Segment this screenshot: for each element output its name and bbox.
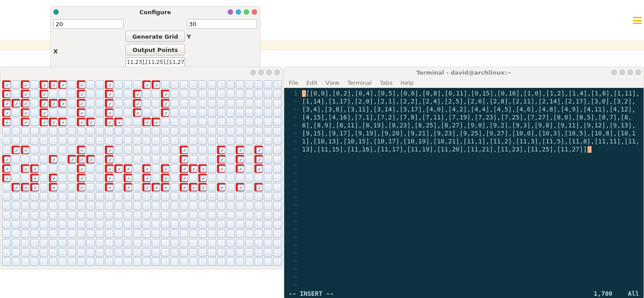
grid-cell[interactable] — [170, 90, 179, 98]
grid-cell[interactable] — [142, 118, 151, 126]
grid-cell[interactable] — [2, 183, 11, 191]
grid-cell[interactable] — [226, 202, 235, 210]
grid-cell[interactable] — [105, 202, 113, 210]
grid-cell[interactable] — [226, 155, 235, 163]
grid-cell[interactable] — [68, 80, 76, 89]
grid-cell[interactable] — [40, 155, 48, 163]
grid-cell[interactable] — [245, 118, 254, 126]
grid-cell[interactable] — [2, 80, 11, 89]
grid-cell[interactable] — [133, 258, 141, 266]
grid-cell[interactable] — [114, 192, 123, 201]
grid-cell[interactable] — [68, 239, 76, 247]
grid-cell[interactable] — [236, 155, 244, 163]
grid-cell[interactable] — [105, 248, 113, 257]
grid-cell[interactable] — [49, 155, 57, 163]
grid-cell[interactable] — [86, 108, 95, 117]
grid-cell[interactable] — [58, 202, 67, 210]
grid-cell[interactable] — [217, 80, 225, 89]
grid-cell[interactable] — [49, 80, 57, 89]
grid-cell[interactable] — [170, 118, 179, 126]
grid-cell[interactable] — [152, 174, 160, 182]
grid-cell[interactable] — [152, 155, 160, 163]
grid-cell[interactable] — [30, 258, 39, 266]
grid-cell[interactable] — [142, 136, 151, 145]
grid-cell[interactable] — [114, 239, 123, 247]
grid-cell[interactable] — [217, 118, 225, 126]
grid-cell[interactable] — [2, 164, 11, 173]
grid-cell[interactable] — [49, 136, 57, 145]
grid-cell[interactable] — [152, 183, 160, 191]
grid-cell[interactable] — [161, 230, 169, 238]
grid-cell[interactable] — [2, 136, 11, 145]
grid-cell[interactable] — [273, 155, 282, 163]
grid-cell[interactable] — [105, 155, 113, 163]
grid-cell[interactable] — [142, 239, 151, 247]
grid-cell[interactable] — [142, 155, 151, 163]
grid-cell[interactable] — [152, 108, 160, 117]
grid-cell[interactable] — [245, 174, 254, 182]
grid-cell[interactable] — [142, 99, 151, 107]
grid-cell[interactable] — [226, 174, 235, 182]
grid-cell[interactable] — [86, 127, 95, 135]
grid-cell[interactable] — [254, 239, 263, 247]
grid-cell[interactable] — [189, 220, 197, 229]
grid-cell[interactable] — [86, 258, 95, 266]
grid-cell[interactable] — [180, 239, 188, 247]
grid-cell[interactable] — [264, 230, 272, 238]
grid-cell[interactable] — [245, 146, 254, 154]
grid-cell[interactable] — [105, 146, 113, 154]
grid-cell[interactable] — [133, 80, 141, 89]
grid-cell[interactable] — [58, 108, 67, 117]
grid-cell[interactable] — [180, 192, 188, 201]
grid-cell[interactable] — [68, 118, 76, 126]
grid-cell[interactable] — [236, 183, 244, 191]
grid-cell[interactable] — [21, 146, 29, 154]
grid-cell[interactable] — [12, 146, 20, 154]
grid-cell[interactable] — [180, 155, 188, 163]
grid-cell[interactable] — [217, 192, 225, 201]
grid-cell[interactable] — [208, 174, 216, 182]
grid-cell[interactable] — [124, 258, 132, 266]
grid-cell[interactable] — [96, 192, 104, 201]
grid-cell[interactable] — [161, 174, 169, 182]
grid-cell[interactable] — [124, 220, 132, 229]
grid-cell[interactable] — [105, 220, 113, 229]
grid-cell[interactable] — [264, 258, 272, 266]
grid-cell[interactable] — [264, 174, 272, 182]
grid-cell[interactable] — [198, 220, 207, 229]
grid-cell[interactable] — [68, 230, 76, 238]
terminal-body[interactable]: 1~~~~~~~~~~~~~~~~~~~~~~~~ [[0,0],[0,2],[… — [284, 88, 644, 298]
grid-cell[interactable] — [114, 183, 123, 191]
grid-cell[interactable] — [49, 146, 57, 154]
grid-cell[interactable] — [12, 174, 20, 182]
grid-cell[interactable] — [264, 239, 272, 247]
grid-cell[interactable] — [198, 146, 207, 154]
grid-cell[interactable] — [133, 155, 141, 163]
grid-cell[interactable] — [12, 248, 20, 257]
grid-cell[interactable] — [217, 146, 225, 154]
grid-cell[interactable] — [264, 127, 272, 135]
grid-cell[interactable] — [189, 230, 197, 238]
grid-cell[interactable] — [114, 118, 123, 126]
grid-cell[interactable] — [180, 99, 188, 107]
grid-cell[interactable] — [217, 108, 225, 117]
grid-cell[interactable] — [245, 202, 254, 210]
grid-cell[interactable] — [2, 220, 11, 229]
grid-cell[interactable] — [152, 164, 160, 173]
grid-cell[interactable] — [96, 146, 104, 154]
grid-cell[interactable] — [12, 211, 20, 219]
grid-cell[interactable] — [40, 211, 48, 219]
grid-cell[interactable] — [236, 220, 244, 229]
grid-cell[interactable] — [133, 108, 141, 117]
grid-cell[interactable] — [12, 183, 20, 191]
grid-cell[interactable] — [21, 248, 29, 257]
grid-cell[interactable] — [77, 164, 85, 173]
grid-cell[interactable] — [217, 258, 225, 266]
grid-cell[interactable] — [245, 192, 254, 201]
grid-cell[interactable] — [226, 146, 235, 154]
grid-cell[interactable] — [30, 230, 39, 238]
grid-cell[interactable] — [180, 136, 188, 145]
grid-cell[interactable] — [12, 202, 20, 210]
grid-cell[interactable] — [2, 118, 11, 126]
grid-cell[interactable] — [273, 202, 282, 210]
